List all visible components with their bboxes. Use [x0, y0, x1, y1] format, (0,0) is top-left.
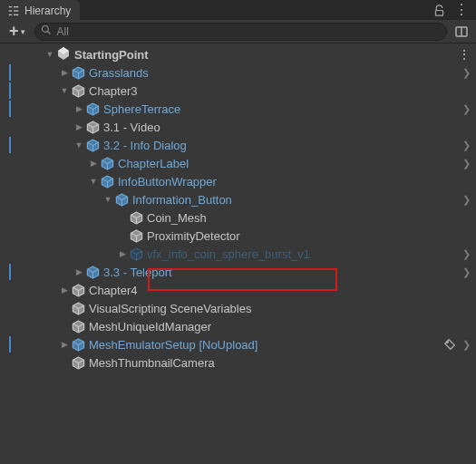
- tab-spacer: [80, 0, 426, 20]
- node-sphereterrace[interactable]: ▶ SphereTerrace ❯: [0, 100, 476, 118]
- svg-rect-7: [435, 10, 442, 15]
- tag-icon: [443, 338, 456, 351]
- gameobject-icon: [85, 120, 100, 134]
- prefab-icon: [100, 156, 114, 170]
- node-label: Chapter4: [89, 284, 137, 297]
- node-chapter3[interactable]: ▼ Chapter3: [0, 82, 476, 100]
- node-3-1-video[interactable]: ▶ 3.1 - Video: [0, 118, 476, 136]
- create-dropdown[interactable]: + ▾: [5, 27, 29, 36]
- plus-icon: +: [9, 25, 19, 36]
- open-prefab-icon[interactable]: ❯: [462, 158, 471, 169]
- panel-menu-icon[interactable]: ⋮: [454, 5, 469, 14]
- node-vfx-coin-burst[interactable]: ▶ vfx_info_coin_sphere_burst_v1 ❯: [0, 245, 476, 263]
- expand-spacer: ▶: [116, 213, 129, 222]
- expand-toggle[interactable]: ▶: [116, 249, 129, 258]
- node-coin-mesh[interactable]: ▶ Coin_Mesh: [0, 208, 476, 227]
- node-label: Grasslands: [89, 66, 149, 80]
- expand-toggle[interactable]: ▶: [58, 68, 71, 77]
- override-indicator: [9, 101, 11, 117]
- node-meshuniqueidmanager[interactable]: ▶ MeshUniqueIdManager: [0, 317, 476, 335]
- prefab-icon: [129, 246, 143, 261]
- gameobject-icon: [71, 83, 85, 98]
- open-prefab-icon[interactable]: ❯: [462, 339, 471, 351]
- node-label: MeshUniqueIdManager: [89, 320, 211, 334]
- prefab-icon: [100, 174, 114, 188]
- node-label: 3.3 - Teleport: [103, 266, 172, 279]
- tab-right-controls: ⋮: [426, 0, 476, 20]
- node-label: MeshThumbnailCamera: [89, 356, 215, 370]
- prefab-icon: [85, 102, 100, 116]
- expand-toggle[interactable]: ▼: [73, 140, 85, 150]
- override-indicator: [9, 264, 11, 280]
- expand-toggle[interactable]: ▶: [73, 104, 85, 113]
- tab-hierarchy[interactable]: Hierarchy: [0, 0, 80, 20]
- gameobject-icon: [129, 228, 143, 243]
- open-prefab-icon[interactable]: ❯: [462, 103, 471, 115]
- expand-toggle[interactable]: ▶: [73, 267, 85, 276]
- scene-startingpoint[interactable]: ▼ StartingPoint ⋮: [0, 45, 476, 63]
- expand-spacer: ▶: [58, 358, 71, 367]
- open-prefab-icon[interactable]: ❯: [462, 140, 471, 151]
- node-information-button[interactable]: ▼ Information_Button ❯: [0, 190, 476, 208]
- expand-spacer: ▶: [58, 322, 71, 331]
- search-field[interactable]: All: [34, 23, 447, 41]
- expand-toggle[interactable]: ▼: [87, 177, 100, 186]
- node-infobuttonwrapper[interactable]: ▼ InfoButtonWrapper: [0, 172, 476, 190]
- expand-toggle[interactable]: ▶: [58, 285, 71, 295]
- expand-toggle[interactable]: ▼: [58, 86, 71, 95]
- caret-down-icon: ▾: [21, 27, 25, 36]
- toolbar: + ▾ All: [0, 20, 476, 44]
- gameobject-icon: [71, 283, 85, 297]
- gameobject-icon: [71, 355, 85, 370]
- tab-label: Hierarchy: [24, 5, 71, 17]
- override-indicator: [9, 336, 11, 353]
- node-proximitydetector[interactable]: ▶ ProximityDetector: [0, 227, 476, 245]
- node-label: Coin_Mesh: [147, 211, 207, 225]
- expand-toggle[interactable]: ▶: [87, 159, 100, 168]
- node-chapter4[interactable]: ▶ Chapter4: [0, 281, 476, 299]
- expand-toggle[interactable]: ▼: [102, 195, 114, 204]
- hierarchy-icon: [7, 5, 20, 17]
- prefab-icon: [114, 192, 129, 207]
- node-label: ProximityDetector: [147, 229, 240, 243]
- expand-toggle[interactable]: ▼: [44, 50, 56, 59]
- node-label: 3.1 - Video: [103, 121, 160, 134]
- svg-line-9: [47, 32, 50, 34]
- node-label: vfx_info_coin_sphere_burst_v1: [147, 247, 310, 261]
- hierarchy-panel: Hierarchy ⋮ + ▾ All ▼: [0, 0, 476, 464]
- node-label: Information_Button: [132, 193, 232, 207]
- node-label: VisualScripting SceneVariables: [89, 302, 251, 315]
- open-prefab-icon[interactable]: ❯: [462, 67, 471, 79]
- override-indicator: [9, 82, 11, 99]
- node-3-3-teleport[interactable]: ▶ 3.3 - Teleport ❯: [0, 263, 476, 281]
- node-meshthumbnailcamera[interactable]: ▶ MeshThumbnailCamera: [0, 353, 476, 372]
- open-prefab-icon[interactable]: ❯: [462, 266, 471, 278]
- search-mode-button[interactable]: [452, 24, 471, 39]
- node-meshemulatorsetup[interactable]: ▶ MeshEmulatorSetup [NoUpload] ❯: [0, 335, 476, 353]
- override-indicator: [9, 137, 11, 153]
- svg-point-8: [42, 26, 48, 33]
- gameobject-icon: [71, 319, 85, 334]
- prefab-icon: [85, 265, 100, 279]
- tab-strip: Hierarchy ⋮: [0, 0, 476, 20]
- gameobject-icon: [129, 210, 143, 225]
- expand-spacer: ▶: [116, 231, 129, 240]
- node-label: StartingPoint: [74, 48, 149, 62]
- expand-toggle[interactable]: ▶: [73, 122, 85, 131]
- node-label: Chapter3: [89, 84, 137, 98]
- open-prefab-icon[interactable]: ❯: [462, 248, 471, 260]
- node-3-2-info-dialog[interactable]: ▼ 3.2 - Info Dialog ❯: [0, 136, 476, 154]
- scene-menu-icon[interactable]: ⋮: [458, 47, 471, 62]
- node-label: 3.2 - Info Dialog: [103, 139, 187, 152]
- search-placeholder: All: [57, 25, 441, 38]
- node-chapterlabel[interactable]: ▶ ChapterLabel ❯: [0, 154, 476, 172]
- svg-point-14: [447, 342, 449, 343]
- node-grasslands[interactable]: ▶ Grasslands ❯: [0, 63, 476, 82]
- node-visualscripting-scenevariables[interactable]: ▶ VisualScripting SceneVariables: [0, 299, 476, 317]
- node-label: SphereTerrace: [103, 102, 180, 116]
- node-label: InfoButtonWrapper: [118, 175, 217, 188]
- hierarchy-tree[interactable]: ▼ StartingPoint ⋮ ▶ Grasslands ❯ ▼ Chapt…: [0, 44, 476, 464]
- open-prefab-icon[interactable]: ❯: [462, 194, 471, 206]
- lock-icon[interactable]: [433, 5, 445, 16]
- expand-toggle[interactable]: ▶: [58, 340, 71, 349]
